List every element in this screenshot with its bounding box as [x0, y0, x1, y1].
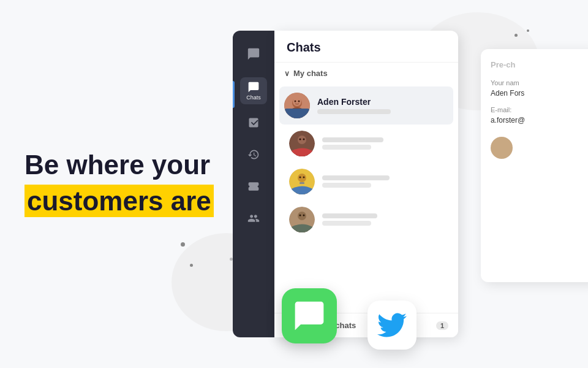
chat-item-4-preview-line2 — [322, 221, 371, 226]
avatar-face-2 — [289, 131, 315, 156]
detail-email-label: E-mail: — [491, 106, 587, 113]
headline: Be where your customers are — [24, 150, 257, 218]
chat-item-1-name: Aden Forster — [317, 97, 448, 107]
chat-item-2-preview-line2 — [322, 145, 371, 150]
headline-line1: Be where your — [24, 150, 257, 181]
svg-point-19 — [303, 215, 305, 217]
chat-item-2-preview-line1 — [322, 137, 383, 142]
chat-panel-title: Chats — [287, 40, 446, 55]
chat-item-2-content — [322, 137, 443, 150]
chat-item-3-preview-line1 — [322, 175, 390, 180]
chat-item-3-preview-line2 — [322, 183, 371, 188]
svg-rect-15 — [300, 182, 304, 184]
svg-rect-6 — [284, 109, 310, 118]
sidebar-item-logo[interactable] — [240, 40, 267, 67]
sidebar-chats-label: Chats — [246, 94, 261, 101]
detail-name-label: Your nam — [491, 79, 587, 86]
chat-bubble-icon — [247, 47, 260, 61]
avatar-face-3 — [289, 169, 315, 194]
chats-icon — [247, 81, 260, 93]
my-chats-toggle[interactable]: ∨ My chats — [284, 69, 448, 78]
detail-avatar-area — [491, 137, 587, 159]
detail-panel: Pre-ch Your nam Aden Fors E-mail: a.fors… — [481, 49, 588, 282]
sidebar-item-reports[interactable] — [240, 109, 267, 136]
svg-point-18 — [300, 215, 301, 217]
sidebar: Chats — [233, 31, 274, 337]
avatar-2 — [289, 131, 315, 156]
avatar-aden-forster — [284, 93, 310, 118]
contacts-icon — [247, 212, 260, 224]
tickets-icon — [247, 180, 260, 193]
chat-item-4-content — [322, 213, 443, 226]
imessage-logo — [292, 299, 326, 333]
chat-item-1[interactable]: Aden Forster — [279, 86, 453, 125]
svg-point-13 — [300, 177, 301, 178]
supervised-badge: 1 — [436, 321, 448, 330]
svg-point-10 — [303, 139, 305, 140]
chat-panel-header: Chats — [274, 31, 458, 63]
my-chats-label: My chats — [293, 69, 328, 78]
sidebar-item-history[interactable] — [240, 141, 267, 168]
avatar-4 — [289, 207, 315, 232]
svg-point-9 — [300, 139, 301, 140]
chat-item-3-content — [322, 175, 443, 188]
twitter-logo — [377, 310, 407, 340]
avatar-3 — [289, 169, 315, 194]
chat-item-1-preview — [317, 109, 391, 114]
svg-point-5 — [298, 101, 300, 102]
history-icon — [247, 148, 260, 161]
chat-item-4-preview-line1 — [322, 213, 377, 218]
svg-point-17 — [298, 212, 306, 220]
detail-small-avatar — [491, 137, 513, 159]
svg-point-4 — [295, 101, 296, 102]
chat-item-3[interactable] — [279, 163, 453, 201]
detail-pre-chat-label: Pre-ch — [491, 60, 587, 69]
sidebar-item-tickets[interactable] — [240, 173, 267, 200]
headline-line2: customers are — [24, 185, 214, 217]
detail-name-value: Aden Fors — [491, 89, 587, 98]
avatar-face-1 — [284, 93, 310, 118]
chat-item-1-content: Aden Forster — [317, 97, 448, 114]
chevron-down-icon: ∨ — [284, 69, 290, 78]
svg-point-3 — [293, 98, 301, 106]
reports-icon — [247, 117, 260, 129]
my-chats-section: ∨ My chats — [274, 63, 458, 86]
sidebar-item-contacts[interactable] — [240, 205, 267, 232]
detail-email-value: a.forster@ — [491, 116, 587, 125]
chat-item-4[interactable] — [279, 201, 453, 239]
marketing-section: Be where your customers are — [24, 0, 257, 368]
svg-point-8 — [298, 136, 306, 144]
sidebar-item-chats[interactable]: Chats — [240, 77, 267, 104]
svg-point-12 — [298, 174, 306, 182]
twitter-icon[interactable] — [368, 301, 417, 350]
ui-mockup: Chats Chats — [233, 0, 588, 368]
svg-point-14 — [303, 177, 305, 178]
chat-item-2[interactable] — [279, 125, 453, 163]
active-indicator — [233, 81, 235, 108]
imessage-icon[interactable] — [282, 288, 337, 343]
avatar-face-4 — [289, 207, 315, 232]
